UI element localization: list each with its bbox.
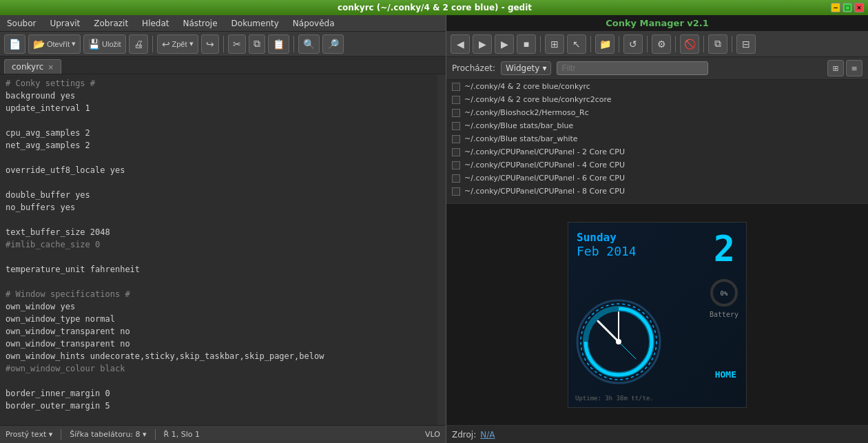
menu-dokumenty[interactable]: Dokumenty — [229, 17, 282, 30]
refresh-button[interactable]: ↺ — [623, 34, 643, 54]
gedit-toolbar: 📄 📂 Otevřít ▾ 💾 Uložit 🖨 ↩ Zpět ▾ ↪ — [0, 32, 446, 56]
menu-zobrazit[interactable]: Zobrazit — [91, 17, 131, 30]
menu-hledat[interactable]: Hledat — [139, 17, 172, 30]
statusbar: Prostý text ▾ Šířka tabelátoru: 8 ▾ Ř 1,… — [0, 425, 446, 443]
file-checkbox[interactable] — [452, 135, 460, 143]
gedit-menubar: Soubor Upravit Zobrazit Hledat Nástroje … — [0, 15, 446, 32]
battery-label: Battery — [710, 311, 738, 318]
uptime-area: Uptime: 3h 38m tt/te. — [575, 395, 654, 402]
minimize-button[interactable]: − — [831, 3, 840, 12]
search-replace-button[interactable]: 🔎 — [322, 34, 344, 54]
toolbar-sep-3 — [293, 36, 294, 52]
toolbar-sep-2 — [223, 36, 224, 52]
file-checkbox[interactable] — [452, 161, 460, 169]
conky-manager-title: Conky Manager v2.1 — [446, 15, 868, 31]
file-checkbox[interactable] — [452, 174, 460, 183]
list-item[interactable]: ~/.conky/Blue stats/bar_blue — [446, 119, 868, 132]
editor-tab-conkyrc[interactable]: conkyrc × — [4, 59, 61, 74]
paste-button[interactable]: 📋 — [268, 34, 289, 54]
file-checkbox[interactable] — [452, 109, 460, 117]
save-button[interactable]: 💾 Uložit — [83, 34, 126, 54]
conky-sep-6 — [703, 36, 704, 52]
copy-button[interactable]: ⧉ — [249, 34, 265, 54]
mode-chevron-icon: ▾ — [49, 430, 53, 439]
encoding-label: VLO — [425, 430, 440, 439]
back-button[interactable]: ◀ — [451, 34, 470, 54]
tab-name: conkyrc — [12, 62, 43, 72]
cut-button[interactable]: ✂ — [228, 34, 246, 54]
block-button[interactable]: 🚫 — [680, 34, 699, 54]
new-icon: 📄 — [9, 39, 21, 50]
list-view-btn[interactable]: ≡ — [846, 60, 862, 76]
grid-view-button[interactable]: ⊞ — [545, 34, 564, 54]
undo-button[interactable]: ↩ Zpět ▾ — [157, 34, 198, 54]
list-item[interactable]: ~/.conky/CPUPanel/CPUPanel - 6 Core CPU — [446, 172, 868, 185]
svg-line-3 — [598, 321, 619, 342]
new-file-button[interactable]: 📄 — [4, 34, 25, 54]
list-item[interactable]: ~/.conky/4 & 2 core blue/conkyrc — [446, 80, 868, 93]
grid-view-btn[interactable]: ⊞ — [827, 60, 844, 76]
undo-chevron-icon: ▾ — [189, 39, 194, 48]
list-item[interactable]: ~/.conky/4 & 2 core blue/conkyrc2core — [446, 93, 868, 106]
menu-upravit[interactable]: Upravit — [47, 17, 83, 30]
preview-day: Sunday — [577, 231, 637, 244]
file-checkbox[interactable] — [452, 187, 460, 196]
file-checkbox[interactable] — [452, 122, 460, 130]
editor-scrollbar[interactable] — [437, 74, 446, 425]
list-item[interactable]: ~/.conky/CPUPanel/CPUPanel - 2 Core CPU — [446, 145, 868, 158]
list-item[interactable]: ~/.conky/CPUPanel/CPUPanel - 8 Core CPU — [446, 185, 868, 198]
clock-area: Sunday Feb 2014 2 — [568, 223, 746, 407]
filter-input[interactable] — [557, 61, 708, 75]
maximize-button[interactable]: □ — [843, 3, 852, 12]
file-checkbox[interactable] — [452, 96, 460, 104]
home-label: HOME — [715, 369, 736, 380]
uptime-right: tt/te. — [631, 395, 654, 402]
editor-content[interactable]: # Conky settings # background yes update… — [0, 74, 437, 425]
open-icon: 📂 — [33, 39, 45, 50]
svg-line-5 — [619, 342, 636, 359]
redo-button[interactable]: ↪ — [201, 34, 219, 54]
list-item[interactable]: ~/.conky/Blue stats/bar_white — [446, 132, 868, 145]
search-button[interactable]: 🔍 — [298, 34, 320, 54]
tab-close-button[interactable]: × — [48, 63, 53, 71]
folder-button[interactable]: 📁 — [595, 34, 614, 54]
cursor-button[interactable]: ↖ — [567, 34, 586, 54]
open-button[interactable]: 📂 Otevřít ▾ — [28, 34, 81, 54]
undo-icon: ↩ — [162, 39, 170, 50]
conky-sep-3 — [619, 36, 619, 52]
tab-bar: conkyrc × — [0, 56, 446, 74]
settings-button[interactable]: ⚙ — [652, 34, 671, 54]
window-title: conkyrc (~/.conky/4 & 2 core blue) - ged… — [39, 3, 831, 12]
search-bar: Procházet: Widgety ▾ ⊞ ≡ — [446, 57, 868, 80]
svg-point-6 — [616, 339, 621, 344]
status-mode[interactable]: Prostý text ▾ — [6, 430, 52, 439]
file-checkbox[interactable] — [452, 83, 460, 91]
copy2-button[interactable]: ⧉ — [708, 34, 727, 54]
statusbar-sep-1 — [61, 429, 61, 440]
tab-width[interactable]: Šířka tabelátoru: 8 ▾ — [70, 430, 146, 439]
layout-button[interactable]: ⊟ — [736, 34, 756, 54]
print-button[interactable]: 🖨 — [129, 34, 148, 54]
copy-icon: ⧉ — [254, 38, 260, 50]
menu-soubor[interactable]: Soubor — [4, 17, 39, 30]
close-button[interactable]: × — [854, 3, 864, 12]
browse-dropdown[interactable]: Widgety ▾ — [501, 61, 551, 75]
menu-nastroje[interactable]: Nástroje — [180, 17, 220, 30]
menu-napoveda[interactable]: Nápověda — [290, 17, 338, 30]
editor-area: # Conky settings # background yes update… — [0, 74, 446, 425]
preview-day-num: 2 — [714, 231, 735, 267]
open-chevron-icon: ▾ — [72, 39, 76, 48]
cut-icon: ✂ — [233, 39, 241, 50]
play-button[interactable]: ▶ — [495, 34, 514, 54]
forward-button[interactable]: ▶ — [473, 34, 492, 54]
file-checkbox[interactable] — [452, 148, 460, 156]
stop-button[interactable]: ■ — [517, 34, 536, 54]
source-link[interactable]: N/A — [480, 430, 495, 440]
conky-sep-5 — [675, 36, 676, 52]
title-bar: conkyrc (~/.conky/4 & 2 core blue) - ged… — [0, 0, 868, 15]
search-label: Procházet: — [452, 63, 495, 73]
list-item[interactable]: ~/.conky/Bioshock2/Hermoso_Rc — [446, 106, 868, 119]
source-bar: Zdroj: N/A — [446, 425, 868, 443]
save-icon: 💾 — [88, 39, 100, 50]
list-item[interactable]: ~/.conky/CPUPanel/CPUPanel - 4 Core CPU — [446, 158, 868, 172]
